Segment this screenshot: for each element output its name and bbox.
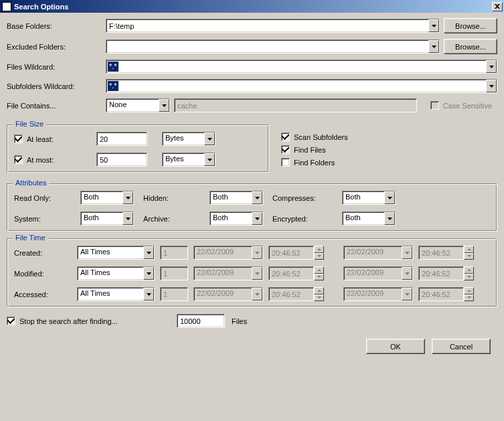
archive-label: Archive: xyxy=(143,215,207,223)
app-icon xyxy=(2,2,11,11)
spin-buttons[interactable] xyxy=(314,287,324,301)
accessed-date-to[interactable]: 22/02/2009 xyxy=(343,287,413,301)
accessed-label: Accessed: xyxy=(14,290,74,299)
cancel-button[interactable]: Cancel xyxy=(432,339,491,354)
chevron-down-icon[interactable] xyxy=(204,153,215,166)
files-wildcard-label: Files Wildcard: xyxy=(7,63,106,71)
spin-buttons[interactable] xyxy=(314,266,324,280)
created-mode-combo[interactable]: All Times xyxy=(77,246,155,260)
at-least-value-input[interactable] xyxy=(96,132,147,146)
chevron-down-icon[interactable] xyxy=(384,191,395,204)
at-least-unit-combo[interactable]: Bytes xyxy=(162,132,216,146)
chevron-down-icon[interactable] xyxy=(402,246,412,259)
find-files-checkbox[interactable]: Find Files xyxy=(281,145,348,154)
at-most-unit-combo[interactable]: Bytes xyxy=(162,153,216,167)
subfolders-wildcard-label: Subfolders Wildcard: xyxy=(7,82,106,90)
encrypted-combo[interactable]: Both xyxy=(342,212,396,226)
spin-buttons[interactable] xyxy=(464,287,474,301)
base-folders-combo[interactable] xyxy=(106,19,440,33)
compresses-combo[interactable]: Both xyxy=(342,191,396,205)
modified-time-from[interactable] xyxy=(268,266,314,280)
chevron-down-icon[interactable] xyxy=(428,19,439,32)
chevron-down-icon[interactable] xyxy=(428,40,439,53)
chevron-down-icon[interactable] xyxy=(143,288,154,301)
file-contains-mode-combo[interactable]: None xyxy=(106,98,170,112)
chevron-down-icon[interactable] xyxy=(252,288,262,301)
created-label: Created: xyxy=(14,249,74,257)
accessed-time-to[interactable] xyxy=(418,287,464,301)
subfolders-wildcard-value[interactable]: *.* xyxy=(108,81,118,91)
stop-after-value-input[interactable] xyxy=(177,314,225,328)
attributes-legend: Attributes xyxy=(13,179,49,187)
compresses-label: Compresses: xyxy=(272,194,339,202)
stop-after-checkbox[interactable]: Stop the search after finding... xyxy=(7,317,177,325)
chevron-down-icon[interactable] xyxy=(204,133,215,145)
chevron-down-icon[interactable] xyxy=(252,212,262,225)
file-size-legend: File Size xyxy=(13,120,46,128)
chevron-down-icon[interactable] xyxy=(402,267,412,280)
read-only-label: Read Only: xyxy=(14,194,78,202)
chevron-down-icon[interactable] xyxy=(122,212,133,225)
window-title: Search Options xyxy=(14,3,492,11)
base-folders-input[interactable] xyxy=(106,19,428,32)
spin-buttons[interactable] xyxy=(314,246,324,260)
chevron-down-icon[interactable] xyxy=(384,212,395,225)
created-num-input[interactable] xyxy=(160,246,188,260)
chevron-down-icon[interactable] xyxy=(252,191,262,204)
subfolders-wildcard-combo[interactable]: *.* xyxy=(106,79,497,93)
system-combo[interactable]: Both xyxy=(80,212,134,226)
chevron-down-icon[interactable] xyxy=(486,80,497,92)
hidden-label: Hidden: xyxy=(143,194,207,202)
created-date-from[interactable]: 22/02/2009 xyxy=(193,246,263,260)
encrypted-label: Encrypted: xyxy=(272,215,339,223)
accessed-date-from[interactable]: 22/02/2009 xyxy=(193,287,263,301)
chevron-down-icon[interactable] xyxy=(486,60,497,73)
spin-buttons[interactable] xyxy=(464,246,474,260)
read-only-combo[interactable]: Both xyxy=(80,191,134,205)
accessed-time-from[interactable] xyxy=(268,287,314,301)
created-time-from[interactable] xyxy=(268,246,314,260)
chevron-down-icon[interactable] xyxy=(402,288,412,301)
accessed-num-input[interactable] xyxy=(160,287,188,301)
browse-excluded-button[interactable]: Browse... xyxy=(444,39,497,54)
find-folders-checkbox[interactable]: Find Folders xyxy=(281,158,348,167)
hidden-combo[interactable]: Both xyxy=(209,191,263,205)
system-label: System: xyxy=(14,215,78,223)
chevron-down-icon[interactable] xyxy=(159,99,169,112)
chevron-down-icon[interactable] xyxy=(122,191,133,204)
titlebar: Search Options xyxy=(0,0,504,13)
modified-num-input[interactable] xyxy=(160,266,188,280)
chevron-down-icon[interactable] xyxy=(143,267,154,280)
file-time-legend: File Time xyxy=(13,234,48,242)
base-folders-label: Base Folders: xyxy=(7,22,106,30)
at-least-checkbox[interactable]: At least: xyxy=(14,135,91,143)
browse-base-button[interactable]: Browse... xyxy=(444,18,497,33)
file-contains-input[interactable] xyxy=(174,98,417,112)
modified-date-from[interactable]: 22/02/2009 xyxy=(193,266,263,280)
at-most-value-input[interactable] xyxy=(96,153,147,167)
stop-after-unit: Files xyxy=(232,317,247,325)
files-wildcard-value[interactable]: *.* xyxy=(108,62,118,72)
close-button[interactable] xyxy=(492,2,503,11)
accessed-mode-combo[interactable]: All Times xyxy=(77,287,155,301)
created-time-to[interactable] xyxy=(418,246,464,260)
excluded-folders-label: Excluded Folders: xyxy=(7,43,106,51)
file-contains-label: File Contains... xyxy=(7,102,106,110)
modified-time-to[interactable] xyxy=(418,266,464,280)
modified-mode-combo[interactable]: All Times xyxy=(77,266,155,280)
excluded-folders-combo[interactable] xyxy=(106,39,440,54)
archive-combo[interactable]: Both xyxy=(209,212,263,226)
at-most-checkbox[interactable]: At most: xyxy=(14,155,91,164)
case-sensitive-checkbox[interactable]: Case Sensitive xyxy=(430,101,492,110)
modified-date-to[interactable]: 22/02/2009 xyxy=(343,266,413,280)
spin-buttons[interactable] xyxy=(464,266,474,280)
created-date-to[interactable]: 22/02/2009 xyxy=(343,246,413,260)
ok-button[interactable]: OK xyxy=(366,339,425,354)
chevron-down-icon[interactable] xyxy=(143,246,154,259)
scan-subfolders-checkbox[interactable]: Scan Subfolders xyxy=(281,133,348,141)
chevron-down-icon[interactable] xyxy=(252,267,262,280)
modified-label: Modified: xyxy=(14,270,74,278)
files-wildcard-combo[interactable]: *.* xyxy=(106,60,497,74)
excluded-folders-input[interactable] xyxy=(106,40,428,53)
chevron-down-icon[interactable] xyxy=(252,246,262,259)
